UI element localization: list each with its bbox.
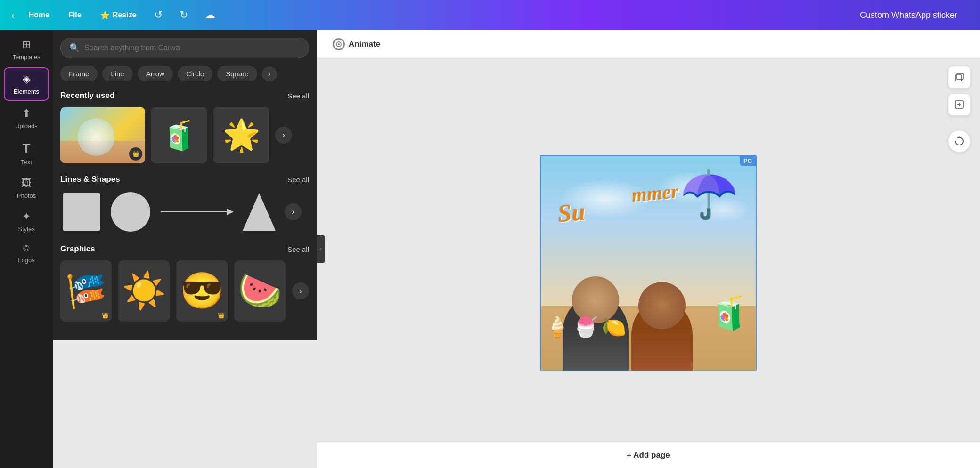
search-icon: 🔍 (69, 43, 80, 53)
uploads-icon: ⬆ (22, 107, 31, 120)
chip-frame[interactable]: Frame (60, 66, 98, 81)
chip-square[interactable]: Square (217, 66, 257, 81)
sidebar-item-photos[interactable]: 🖼 Photos (4, 172, 49, 204)
circle-svg (109, 191, 152, 233)
recently-used-header: Recently used See all (60, 91, 309, 100)
file-button[interactable]: File (64, 8, 86, 22)
graphics-title: Graphics (60, 244, 95, 254)
sidebar-item-text[interactable]: T Text (4, 136, 49, 170)
search-input[interactable] (84, 44, 300, 52)
ice-cream-3: 🍋 (602, 315, 626, 339)
styles-icon: ✦ (22, 210, 31, 223)
rotate-button[interactable] (948, 130, 971, 153)
add-page-button[interactable]: + Add page (627, 451, 670, 460)
svg-rect-8 (957, 73, 963, 80)
recent-scroll-right[interactable]: › (275, 127, 292, 144)
svg-marker-3 (227, 209, 234, 215)
canvas-controls (948, 66, 971, 153)
sidebar-label-text: Text (21, 159, 32, 166)
drink-emoji: 🧃 (162, 119, 197, 152)
lines-shapes-see-all[interactable]: See all (287, 176, 309, 184)
canvas-wrapper: Su mmer ☂️ 🍦 🍧 🍋 (317, 58, 980, 468)
elements-panel: 🔍 Frame Line Arrow Circle Square › Recen… (53, 30, 317, 340)
crown-badge-beach: 👑 (129, 147, 142, 161)
shape-arrow-line[interactable] (158, 200, 234, 224)
animate-circle-icon (335, 41, 342, 48)
shapes-grid: › (60, 191, 309, 233)
recent-item-beach[interactable]: 👑 (60, 107, 145, 163)
crown-badge-cool-sun: 👑 (218, 312, 225, 319)
shape-square[interactable] (60, 191, 103, 233)
chip-arrow[interactable]: Arrow (138, 66, 173, 81)
sidebar-label-logos: Logos (18, 257, 34, 264)
resize-star-icon: ⭐ (100, 11, 110, 20)
sidebar-item-logos[interactable]: © Logos (4, 239, 49, 268)
sidebar-item-styles[interactable]: ✦ Styles (4, 206, 49, 237)
graphic-cool-sun-emoji: 😎 (180, 270, 224, 312)
filter-chips: Frame Line Arrow Circle Square › (60, 66, 309, 81)
sidebar-item-uploads[interactable]: ⬆ Uploads (4, 103, 49, 134)
chip-line[interactable]: Line (102, 66, 132, 81)
canvas-area: Animate (317, 30, 980, 468)
left-sidebar: ⊞ Templates ◈ Elements ⬆ Uploads T Text … (0, 30, 53, 468)
svg-rect-7 (956, 75, 962, 81)
graphic-item-watermelon[interactable]: 🍉 (234, 260, 286, 322)
photos-icon: 🖼 (21, 177, 32, 189)
graphic-item-sun[interactable]: ☀️ (118, 260, 170, 322)
undo-button[interactable]: ↺ (150, 7, 166, 23)
duplicate-page-button[interactable] (948, 66, 971, 89)
graphics-see-all[interactable]: See all (287, 245, 309, 253)
shapes-scroll-right[interactable]: › (285, 203, 302, 220)
sun-emoji: 🌟 (222, 117, 261, 153)
add-page-icon-button[interactable] (948, 93, 971, 116)
lines-shapes-header: Lines & Shapes See all (60, 175, 309, 184)
recent-item-sun[interactable]: 🌟 (213, 107, 270, 163)
graphic-sun-emoji: ☀️ (122, 270, 166, 312)
summer-text-secondary: mmer (630, 179, 679, 206)
summer-text-main: Su (557, 198, 587, 228)
recent-item-drink[interactable]: 🧃 (151, 107, 207, 163)
ice-cream-1: 🍦 (545, 315, 570, 339)
duplicate-icon (954, 72, 964, 82)
cloud-save-button[interactable]: ☁ (201, 7, 219, 23)
sticker-canvas[interactable]: Su mmer ☂️ 🍦 🍧 🍋 (540, 155, 757, 371)
sidebar-label-uploads: Uploads (15, 122, 38, 129)
kid2-figure (631, 300, 693, 371)
panel-container: 🔍 Frame Line Arrow Circle Square › Recen… (53, 30, 317, 468)
shape-triangle[interactable] (240, 191, 278, 233)
add-page-bar: + Add page (317, 442, 980, 468)
rotate-icon (954, 136, 965, 147)
chip-circle[interactable]: Circle (178, 66, 212, 81)
redo-button[interactable]: ↻ (176, 7, 192, 23)
graphics-grid: 🎏 👑 ☀️ 😎 👑 🍉 › (60, 260, 309, 322)
ice-cream-stickers: 🍦 🍧 🍋 (545, 315, 626, 339)
resize-button[interactable]: ⭐ Resize (96, 8, 141, 23)
graphics-scroll-right[interactable]: › (292, 282, 309, 299)
svg-marker-4 (243, 193, 276, 231)
recently-used-grid: 👑 🧃 🌟 › (60, 107, 309, 163)
lines-shapes-section: Lines & Shapes See all (60, 175, 309, 233)
graphic-item-banner[interactable]: 🎏 👑 (60, 260, 112, 322)
triangle-svg (240, 191, 278, 233)
chips-more-button[interactable]: › (262, 66, 277, 81)
document-title-text: Custom WhatsApp sticker (860, 10, 969, 20)
drink-sticker-canvas: 🧃 (709, 294, 749, 332)
search-bar[interactable]: 🔍 (60, 38, 309, 58)
elements-icon: ◈ (23, 73, 31, 85)
sidebar-item-templates[interactable]: ⊞ Templates (4, 34, 49, 65)
canvas-background: Su mmer ☂️ 🍦 🍧 🍋 (541, 156, 756, 371)
arrow-line-svg (158, 200, 234, 224)
recently-used-section: Recently used See all 👑 🧃 (60, 91, 309, 163)
sidebar-label-elements: Elements (14, 88, 39, 95)
lines-shapes-title: Lines & Shapes (60, 175, 120, 184)
templates-icon: ⊞ (22, 39, 31, 51)
back-button[interactable]: ‹ (11, 10, 15, 21)
sidebar-item-elements[interactable]: ◈ Elements (4, 67, 49, 101)
home-button[interactable]: Home (24, 8, 54, 22)
ice-cream-2: 🍧 (573, 315, 598, 339)
animate-button[interactable]: Animate (326, 34, 387, 54)
graphic-item-cool-sun[interactable]: 😎 👑 (176, 260, 228, 322)
hide-panel-button[interactable]: ‹ (317, 235, 325, 263)
shape-circle[interactable] (109, 191, 152, 233)
recently-used-see-all[interactable]: See all (287, 92, 309, 100)
